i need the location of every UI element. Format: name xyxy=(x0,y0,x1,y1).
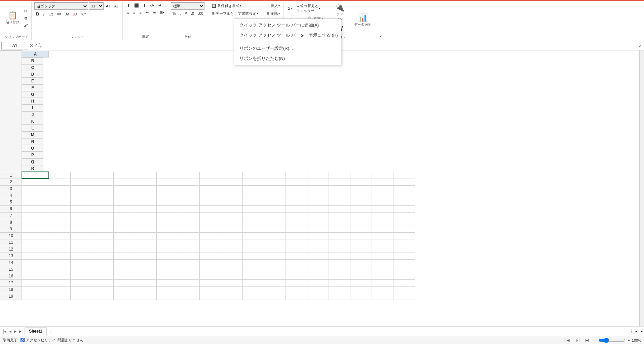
cell-K7[interactable] xyxy=(242,212,264,219)
cell-I14[interactable] xyxy=(199,259,221,266)
cell-E16[interactable] xyxy=(113,273,135,279)
cell-H2[interactable] xyxy=(178,179,199,185)
cell-F5[interactable] xyxy=(135,199,156,205)
cell-O16[interactable] xyxy=(329,273,350,279)
cell-P4[interactable] xyxy=(350,192,372,199)
col-header-M[interactable]: M xyxy=(22,131,43,138)
cell-G5[interactable] xyxy=(156,199,178,205)
fill-color-button[interactable]: A▾ xyxy=(64,11,71,17)
cell-I7[interactable] xyxy=(199,212,221,219)
scroll-left-btn[interactable]: ◂ xyxy=(635,329,637,334)
cell-R1[interactable] xyxy=(393,172,415,179)
cell-G12[interactable] xyxy=(156,246,178,253)
cell-Q8[interactable] xyxy=(372,219,393,226)
cell-K6[interactable] xyxy=(242,205,264,212)
cell-D1[interactable] xyxy=(92,172,113,179)
cell-Q14[interactable] xyxy=(372,259,393,266)
cell-B13[interactable] xyxy=(49,253,70,259)
cell-L4[interactable] xyxy=(264,192,286,199)
cell-A11[interactable] xyxy=(22,239,49,246)
cell-D14[interactable] xyxy=(92,259,113,266)
sum-button[interactable]: Σ ▾ xyxy=(287,5,294,11)
cell-F18[interactable] xyxy=(135,286,156,293)
cell-Q1[interactable] xyxy=(372,172,393,179)
cell-C3[interactable] xyxy=(70,185,92,192)
cell-O3[interactable] xyxy=(329,185,350,192)
cell-P14[interactable] xyxy=(350,259,372,266)
cell-ref-input[interactable] xyxy=(1,42,28,49)
delete-button[interactable]: ⊟ 削除 ▾ xyxy=(265,10,281,17)
cell-P9[interactable] xyxy=(350,226,372,232)
cell-D16[interactable] xyxy=(92,273,113,279)
cell-N9[interactable] xyxy=(307,226,329,232)
cell-H11[interactable] xyxy=(178,239,199,246)
cell-K15[interactable] xyxy=(242,266,264,273)
cell-P2[interactable] xyxy=(350,179,372,185)
cell-D6[interactable] xyxy=(92,205,113,212)
cell-H12[interactable] xyxy=(178,246,199,253)
col-header-G[interactable]: G xyxy=(22,91,43,98)
col-header-K[interactable]: K xyxy=(22,118,43,125)
cell-Q18[interactable] xyxy=(372,286,393,293)
cell-C1[interactable] xyxy=(70,172,92,179)
cell-O8[interactable] xyxy=(329,219,350,226)
cell-Q7[interactable] xyxy=(372,212,393,219)
cell-G6[interactable] xyxy=(156,205,178,212)
cell-N14[interactable] xyxy=(307,259,329,266)
cell-C7[interactable] xyxy=(70,212,92,219)
cell-H3[interactable] xyxy=(178,185,199,192)
cell-O9[interactable] xyxy=(329,226,350,232)
cell-J18[interactable] xyxy=(221,286,242,293)
cell-K11[interactable] xyxy=(242,239,264,246)
cell-P16[interactable] xyxy=(350,273,372,279)
cell-F6[interactable] xyxy=(135,205,156,212)
cell-J5[interactable] xyxy=(221,199,242,205)
cell-N12[interactable] xyxy=(307,246,329,253)
cell-D8[interactable] xyxy=(92,219,113,226)
cell-A10[interactable] xyxy=(22,232,49,239)
cell-A12[interactable] xyxy=(22,246,49,253)
col-header-J[interactable]: J xyxy=(22,111,43,118)
cell-J17[interactable] xyxy=(221,279,242,286)
cell-B17[interactable] xyxy=(49,279,70,286)
context-menu-ribbon-customize[interactable]: リボンのユーザー設定(R)... xyxy=(234,43,341,53)
cell-F16[interactable] xyxy=(135,273,156,279)
col-header-C[interactable]: C xyxy=(22,64,43,71)
cell-J1[interactable] xyxy=(221,172,242,179)
cell-M4[interactable] xyxy=(286,192,307,199)
cell-A14[interactable] xyxy=(22,259,49,266)
cell-E8[interactable] xyxy=(113,219,135,226)
cell-M17[interactable] xyxy=(286,279,307,286)
cell-F4[interactable] xyxy=(135,192,156,199)
col-header-O[interactable]: O xyxy=(22,145,43,152)
cell-L8[interactable] xyxy=(264,219,286,226)
cell-I6[interactable] xyxy=(199,205,221,212)
cell-A16[interactable] xyxy=(22,273,49,279)
cell-I8[interactable] xyxy=(199,219,221,226)
cell-A15[interactable] xyxy=(22,266,49,273)
vertical-scrollbar[interactable] xyxy=(639,50,644,326)
cell-H19[interactable] xyxy=(178,293,199,300)
copy-button[interactable]: ⧉ xyxy=(22,15,29,22)
cell-I5[interactable] xyxy=(199,199,221,205)
cell-I15[interactable] xyxy=(199,266,221,273)
cell-B15[interactable] xyxy=(49,266,70,273)
cell-E1[interactable] xyxy=(113,172,135,179)
context-menu-collapse-ribbon[interactable]: リボンを折りたたむ(N) xyxy=(234,53,341,64)
cell-H8[interactable] xyxy=(178,219,199,226)
cell-J8[interactable] xyxy=(221,219,242,226)
data-analysis-button[interactable]: 📊 データ 分析 xyxy=(352,12,374,29)
font-name-select[interactable]: 游ゴシック xyxy=(34,2,88,10)
cell-E17[interactable] xyxy=(113,279,135,286)
cell-K5[interactable] xyxy=(242,199,264,205)
cell-B19[interactable] xyxy=(49,293,70,300)
cell-P1[interactable] xyxy=(350,172,372,179)
cell-C14[interactable] xyxy=(70,259,92,266)
sheet-nav-last[interactable]: ▸| xyxy=(18,329,24,334)
align-middle-button[interactable]: ⬛ xyxy=(132,2,141,9)
cell-P7[interactable] xyxy=(350,212,372,219)
cell-Q4[interactable] xyxy=(372,192,393,199)
cell-P17[interactable] xyxy=(350,279,372,286)
cell-D11[interactable] xyxy=(92,239,113,246)
currency-button[interactable]: ¥ xyxy=(183,10,189,16)
